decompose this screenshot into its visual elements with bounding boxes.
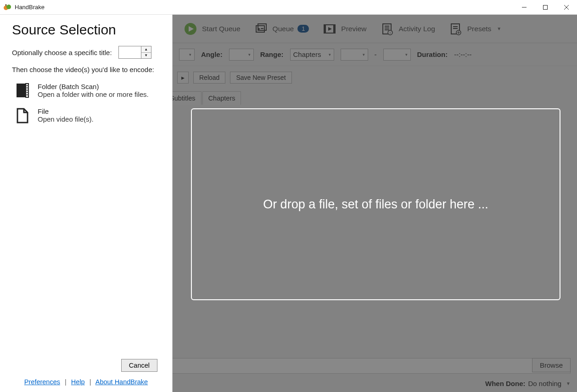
when-done-row: When Done: Do nothing ▼: [485, 380, 571, 387]
choose-folder-subtitle: Open a folder with one or more files.: [38, 90, 149, 98]
close-button[interactable]: [556, 0, 577, 15]
svg-rect-34: [27, 94, 28, 95]
range-end-combo[interactable]: ▾: [383, 49, 411, 61]
activity-log-button[interactable]: i Activity Log: [375, 19, 440, 39]
svg-rect-4: [543, 5, 548, 9]
specific-title-input[interactable]: [119, 46, 141, 58]
spinner-down-button[interactable]: ▼: [141, 53, 151, 59]
svg-rect-28: [17, 84, 27, 97]
start-queue-button[interactable]: Start Queue: [178, 19, 245, 39]
spinner-up-button[interactable]: ▲: [141, 46, 151, 53]
preview-icon: [322, 21, 337, 37]
presets-icon: [448, 21, 464, 37]
maximize-button[interactable]: [535, 0, 556, 15]
when-done-label: When Done:: [485, 380, 526, 387]
titlebar: HandBrake: [0, 0, 577, 15]
svg-rect-30: [27, 85, 28, 86]
svg-rect-12: [261, 28, 263, 29]
svg-rect-31: [27, 87, 28, 89]
choose-folder-option[interactable]: Folder (Batch Scan) Open a folder with o…: [0, 78, 172, 103]
chevron-down-icon: ▼: [566, 381, 571, 386]
then-choose-text: Then choose the video(s) you'd like to e…: [0, 59, 172, 78]
tab-subtitles[interactable]: Subtitles: [168, 91, 202, 105]
svg-point-1: [6, 5, 11, 9]
activity-log-label: Activity Log: [399, 25, 435, 33]
svg-rect-33: [27, 92, 28, 93]
app-icon: [3, 3, 12, 12]
svg-rect-13: [261, 30, 263, 31]
title-combo[interactable]: ▾: [179, 49, 195, 61]
cancel-button[interactable]: Cancel: [121, 359, 157, 372]
folder-icon: [16, 83, 29, 99]
choose-file-option[interactable]: File Open video file(s).: [0, 103, 172, 128]
preview-button[interactable]: Preview: [317, 19, 371, 39]
play-icon: [183, 21, 198, 37]
queue-icon: [253, 21, 269, 37]
preferences-link[interactable]: Preferences: [24, 378, 60, 386]
chevron-down-icon: ▼: [497, 26, 501, 31]
specific-title-spinner[interactable]: ▲ ▼: [118, 46, 151, 59]
presets-label: Presets: [467, 25, 492, 33]
queue-count-badge: 1: [297, 25, 309, 33]
svg-point-11: [258, 28, 260, 30]
window-title: HandBrake: [15, 4, 45, 11]
range-type-value: Chapters: [293, 50, 321, 58]
preview-label: Preview: [341, 25, 366, 33]
save-new-preset-button[interactable]: Save New Preset: [230, 72, 291, 84]
svg-rect-32: [27, 90, 28, 91]
drop-zone[interactable]: Or drop a file, set of files or folder h…: [191, 108, 560, 300]
preset-expand-button[interactable]: ▸: [177, 72, 189, 84]
start-queue-label: Start Queue: [202, 25, 241, 33]
reload-button[interactable]: Reload: [193, 72, 225, 84]
drop-zone-text: Or drop a file, set of files or folder h…: [263, 197, 488, 212]
range-start-combo[interactable]: ▾: [341, 49, 368, 61]
tab-chapters[interactable]: Chapters: [202, 91, 241, 105]
angle-label: Angle:: [201, 50, 223, 58]
svg-rect-16: [333, 25, 335, 33]
help-link[interactable]: Help: [71, 378, 85, 386]
duration-value: --:--:--: [454, 50, 471, 58]
svg-rect-15: [324, 25, 326, 33]
when-done-value[interactable]: Do nothing: [528, 380, 562, 387]
choose-file-title: File: [38, 107, 94, 115]
svg-marker-17: [328, 27, 332, 31]
queue-label: Queue: [273, 25, 294, 33]
panel-heading: Source Selection: [12, 22, 172, 38]
range-sep: -: [375, 50, 377, 58]
range-label: Range:: [260, 50, 284, 58]
file-icon: [16, 107, 29, 124]
about-link[interactable]: About HandBrake: [95, 378, 148, 386]
choose-file-subtitle: Open video file(s).: [38, 115, 94, 123]
browse-button[interactable]: Browse: [532, 358, 571, 372]
queue-button[interactable]: Queue 1: [249, 19, 314, 39]
choose-folder-title: Folder (Batch Scan): [38, 83, 149, 90]
duration-label: Duration:: [417, 50, 448, 58]
angle-combo[interactable]: ▾: [229, 49, 254, 61]
minimize-button[interactable]: [514, 0, 535, 15]
range-type-combo[interactable]: Chapters▾: [290, 49, 334, 61]
panel-links: Preferences | Help | About HandBrake: [0, 378, 172, 392]
presets-button[interactable]: Presets ▼: [443, 19, 506, 39]
specific-title-label: Optionally choose a specific title:: [12, 49, 112, 56]
source-selection-panel: Source Selection Optionally choose a spe…: [0, 15, 173, 392]
svg-rect-2: [6, 4, 6, 6]
activity-log-icon: i: [380, 21, 395, 37]
